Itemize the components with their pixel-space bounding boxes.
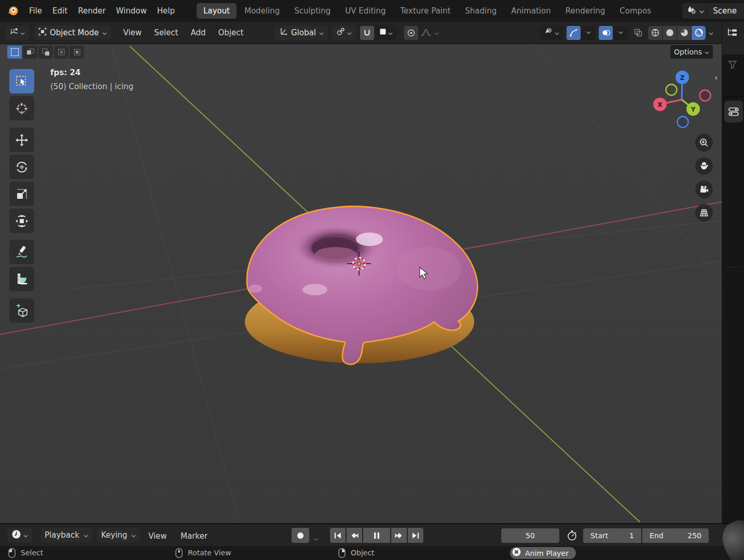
auto-keying-dropdown[interactable] [313, 534, 319, 543]
tab-compositing[interactable]: Compos [613, 3, 658, 19]
icing-highlight [356, 233, 383, 246]
current-frame-field[interactable]: 50 [501, 528, 559, 543]
transform-orientation-dropdown[interactable]: Global [275, 25, 328, 40]
start-label: Start [590, 531, 608, 540]
stopwatch-icon[interactable] [566, 529, 578, 544]
menu-window[interactable]: Window [111, 4, 152, 18]
gizmo-axis-neg-x[interactable] [700, 90, 711, 101]
menu-select[interactable]: Select [149, 26, 183, 39]
tab-layout[interactable]: Layout [197, 3, 237, 19]
perspective-toggle-button[interactable] [695, 204, 713, 222]
gizmo-axis-neg-y[interactable] [666, 85, 677, 95]
cancel-operator-icon[interactable] [512, 548, 521, 558]
editor-type-button[interactable] [5, 25, 29, 40]
tab-uv-editing[interactable]: UV Editing [338, 3, 392, 19]
gizmo-axis-neg-z[interactable] [678, 117, 688, 128]
tab-modeling[interactable]: Modeling [238, 3, 286, 19]
timeline-view-menu[interactable]: View [143, 529, 172, 543]
select-mode-intersect[interactable] [70, 46, 84, 59]
orientation-label: Global [291, 28, 316, 37]
shading-options-dropdown[interactable] [709, 28, 713, 37]
tab-sculpting[interactable]: Sculpting [287, 3, 337, 19]
gizmo-options-dropdown[interactable] [582, 26, 596, 40]
shading-solid-button[interactable] [663, 26, 677, 40]
tool-annotate[interactable] [9, 240, 34, 264]
mode-selector[interactable]: Object Mode [34, 25, 111, 40]
overlays-options-dropdown[interactable] [614, 26, 628, 40]
timeline-editor-button[interactable] [7, 528, 32, 542]
shading-rendered-button[interactable] [692, 26, 706, 40]
select-mode-subtract[interactable] [38, 46, 53, 59]
tool-rotate[interactable] [9, 155, 34, 179]
tab-animation[interactable]: Animation [504, 3, 557, 19]
select-mode-new[interactable] [7, 46, 22, 59]
viewport-editor-icon [9, 27, 19, 38]
tool-cursor[interactable] [9, 96, 34, 120]
playback-menu[interactable]: Playback [40, 528, 92, 542]
options-dropdown[interactable]: Options [670, 45, 713, 59]
scene-selector[interactable]: Scene [682, 3, 744, 19]
tab-shading[interactable]: Shading [458, 3, 503, 19]
chevron-down-icon [705, 47, 709, 57]
viewport-3d[interactable]: Options fps: 24 (50) Collection | icing [0, 44, 722, 523]
blender-logo-icon[interactable] [6, 4, 20, 20]
jump-to-end-button[interactable] [408, 528, 423, 543]
menu-add[interactable]: Add [185, 26, 211, 39]
select-mode-extend[interactable] [23, 46, 37, 59]
menu-render[interactable]: Render [73, 4, 111, 18]
select-mode-invert[interactable] [54, 46, 68, 59]
pivot-icon [336, 27, 346, 38]
running-operator-indicator[interactable]: Anim Player [510, 547, 576, 559]
properties-editor-button[interactable] [724, 101, 743, 122]
select-mode-buttons [7, 46, 84, 59]
timeline-marker-menu[interactable]: Marker [175, 529, 213, 543]
menu-file[interactable]: File [24, 4, 47, 18]
snap-target-icon [379, 28, 387, 37]
chevron-down-icon [84, 530, 88, 540]
frame-start-field[interactable]: Start 1 [583, 528, 641, 543]
camera-view-button[interactable] [695, 181, 713, 198]
pan-view-button[interactable] [695, 157, 713, 175]
tool-select-box[interactable] [9, 69, 34, 93]
show-gizmo-toggle[interactable] [567, 26, 581, 40]
menu-help[interactable]: Help [152, 4, 180, 18]
snap-target-dropdown[interactable] [375, 25, 397, 40]
auto-keying-button[interactable] [292, 528, 309, 543]
keying-menu[interactable]: Keying [97, 528, 140, 542]
tab-rendering[interactable]: Rendering [559, 3, 612, 19]
shading-material-button[interactable] [677, 26, 691, 40]
proportional-falloff-dropdown[interactable] [419, 26, 433, 40]
tool-transform[interactable] [9, 209, 34, 233]
sidebar-toggle-arrow[interactable]: ‹ [714, 73, 718, 83]
menu-object[interactable]: Object [213, 26, 249, 39]
snap-toggle[interactable] [360, 26, 374, 40]
zoom-view-button[interactable] [695, 134, 713, 152]
navigation-gizmo[interactable]: Z X Y [647, 67, 722, 135]
scene-name[interactable]: Scene [710, 6, 740, 16]
chevron-down-icon [347, 28, 352, 37]
frame-end-field[interactable]: End 250 [642, 528, 709, 543]
pause-button[interactable] [363, 528, 390, 543]
show-overlays-toggle[interactable] [599, 26, 613, 40]
outliner-filter-icon[interactable] [727, 59, 738, 72]
mode-label: Object Mode [50, 28, 99, 37]
tool-measure[interactable] [9, 267, 34, 291]
status-bar: Select Rotate View Object Anim Player [0, 546, 744, 560]
outliner-editor-icon[interactable] [726, 26, 739, 41]
tab-texture-paint[interactable]: Texture Paint [393, 3, 457, 19]
pivot-point-dropdown[interactable] [332, 25, 356, 40]
object-visibility-dropdown[interactable] [540, 25, 563, 40]
next-keyframe-button[interactable] [391, 528, 407, 543]
tool-move[interactable] [9, 128, 34, 152]
menu-edit[interactable]: Edit [47, 4, 73, 18]
shading-wireframe-button[interactable] [648, 26, 662, 40]
xray-toggle[interactable] [631, 26, 645, 40]
tool-scale[interactable] [9, 182, 34, 206]
donut-object[interactable] [226, 191, 495, 378]
start-value: 1 [629, 531, 634, 540]
tool-add-cube[interactable] [9, 298, 34, 323]
prev-keyframe-button[interactable] [347, 528, 362, 543]
jump-to-start-button[interactable] [330, 528, 346, 543]
menu-view[interactable]: View [118, 26, 147, 39]
proportional-editing-toggle[interactable] [404, 26, 418, 40]
